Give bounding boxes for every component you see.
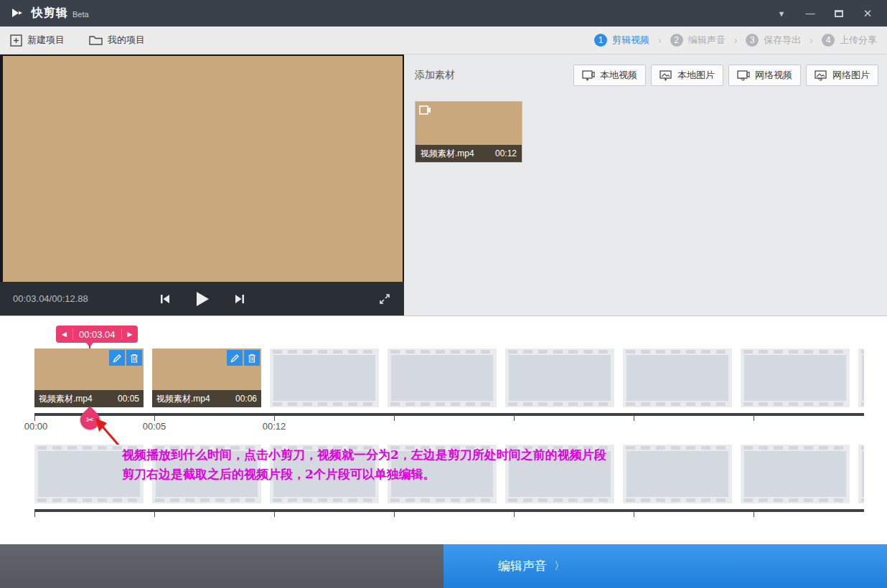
empty-clip-slot (741, 445, 850, 503)
media-library-pane: 添加素材 本地视频 本地图片 网络视频 (404, 54, 887, 316)
edit-clip-button[interactable] (109, 350, 125, 366)
maximize-icon (835, 10, 843, 17)
timeline-clip-2[interactable]: 视频素材.mp4 00:06 (152, 348, 261, 407)
empty-clip-slot (270, 348, 379, 407)
network-image-icon (815, 70, 827, 81)
fullscreen-button[interactable] (378, 293, 391, 305)
annotation-line-1: 视频播放到什么时间，点击小剪刀，视频就一分为2，左边是剪刀所处时间之前的视频片段 (122, 445, 606, 465)
nudge-right-icon[interactable]: ▶ (128, 331, 133, 338)
step-label: 保存导出 (764, 34, 801, 47)
tick-label: 00:00 (24, 421, 48, 432)
my-projects-label: 我的项目 (108, 34, 145, 47)
playhead-time-badge[interactable]: ◀ 00:03.04 ▶ (56, 326, 138, 343)
app-title: 快剪辑 (32, 6, 68, 21)
tick-label: 00:05 (143, 421, 166, 432)
playback-time: 00:03.04/00:12.88 (13, 293, 88, 304)
close-button[interactable]: ✕ (855, 4, 880, 23)
local-image-button[interactable]: 本地图片 (651, 65, 723, 86)
media-name: 视频素材.mp4 (421, 148, 474, 160)
pencil-icon (230, 354, 240, 363)
minimize-button[interactable]: — (798, 4, 822, 23)
annotation-line-2: 剪刀右边是截取之后的视频片段，2个片段可以单独编辑。 (122, 465, 606, 484)
empty-clip-slot (623, 445, 732, 503)
local-image-icon (660, 70, 672, 81)
next-icon (234, 293, 245, 305)
menu-caret-icon[interactable]: ▼ (769, 4, 794, 23)
tutorial-annotation: 视频播放到什么时间，点击小剪刀，视频就一分为2，左边是剪刀所处时间之前的视频片段… (122, 445, 606, 484)
app-logo-icon (10, 7, 26, 20)
step-save-export[interactable]: 3 保存导出 (746, 34, 801, 47)
step-upload-share[interactable]: 4 上传分享 (822, 34, 877, 47)
step-separator: › (658, 34, 662, 46)
timeline-ruler[interactable]: 00:00 00:05 00:12 (34, 413, 864, 416)
scissors-icon: ✂ (86, 414, 94, 425)
play-icon (195, 291, 210, 307)
network-video-button[interactable]: 网络视频 (728, 65, 801, 86)
network-video-icon (737, 70, 750, 81)
maximize-button[interactable] (827, 4, 851, 23)
titlebar: 快剪辑 Beta ▼ — ✕ (0, 0, 887, 27)
edit-sound-label: 编辑声音 (498, 558, 547, 574)
nudge-left-icon[interactable]: ◀ (62, 331, 67, 338)
step-number: 3 (746, 34, 759, 47)
tick-label: 00:12 (263, 421, 286, 432)
media-duration: 00:12 (495, 148, 517, 158)
new-project-label: 新建项目 (27, 34, 65, 47)
step-label: 剪辑视频 (612, 34, 649, 47)
my-projects-button[interactable]: 我的项目 (89, 34, 145, 47)
trash-icon (130, 354, 139, 363)
clip-duration: 00:06 (235, 394, 257, 404)
clip-duration: 00:05 (118, 394, 139, 404)
local-video-icon (582, 70, 595, 81)
local-video-button[interactable]: 本地视频 (573, 65, 646, 86)
chevron-right-icon: 〉 (554, 559, 565, 573)
play-button[interactable] (195, 291, 210, 307)
trash-icon (248, 354, 256, 363)
clip-name: 视频素材.mp4 (156, 393, 210, 405)
player-bar: 00:03.04/00:12.88 (0, 282, 404, 316)
step-separator: › (809, 34, 813, 46)
next-frame-button[interactable] (234, 293, 245, 305)
empty-clip-slot (505, 348, 614, 407)
step-edit-audio[interactable]: 2 编辑声音 (670, 34, 726, 47)
preview-pane: 00:03.04/00:12.88 (0, 54, 404, 316)
previous-frame-button[interactable] (159, 293, 171, 305)
empty-clip-slot (741, 348, 850, 407)
new-project-icon (10, 34, 22, 47)
video-track: 视频素材.mp4 00:05 视频素材.mp4 00:06 (34, 348, 864, 407)
timeline-workspace: ◀ 00:03.04 ▶ 视频素材.mp4 00:05 (0, 316, 887, 545)
beta-badge: Beta (72, 10, 89, 19)
step-label: 编辑声音 (688, 34, 726, 47)
empty-clip-slot (388, 348, 497, 407)
step-separator: › (734, 34, 738, 46)
edit-sound-button[interactable]: 编辑声音 〉 (444, 544, 887, 588)
empty-clip-slot (858, 348, 864, 407)
split-scissors-button[interactable]: ✂ (76, 406, 103, 433)
network-video-label: 网络视频 (755, 69, 792, 82)
edit-clip-button[interactable] (227, 350, 243, 366)
delete-clip-button[interactable] (244, 350, 260, 366)
step-edit-video[interactable]: 1 剪辑视频 (594, 34, 649, 47)
fullscreen-icon (378, 293, 391, 305)
delete-clip-button[interactable] (126, 350, 142, 366)
step-indicator: 1 剪辑视频 › 2 编辑声音 › 3 保存导出 › 4 上传分享 (594, 34, 877, 47)
media-library-item[interactable]: 视频素材.mp4 00:12 (415, 101, 522, 163)
folder-icon (89, 35, 103, 46)
library-title: 添加素材 (415, 69, 455, 82)
empty-clip-slot (623, 348, 732, 407)
secondary-ruler[interactable] (34, 509, 864, 512)
empty-clip-slot (858, 445, 864, 503)
step-number: 1 (594, 34, 607, 47)
pencil-icon (113, 354, 122, 363)
step-number: 4 (822, 34, 835, 47)
video-preview[interactable] (3, 56, 403, 282)
local-image-label: 本地图片 (677, 69, 715, 82)
network-image-label: 网络图片 (832, 69, 870, 82)
new-project-button[interactable]: 新建项目 (10, 34, 65, 47)
timeline-clip-1[interactable]: 视频素材.mp4 00:05 (34, 348, 144, 407)
step-label: 上传分享 (840, 34, 877, 47)
step-number: 2 (670, 34, 683, 47)
toolbar: 新建项目 我的项目 1 剪辑视频 › 2 编辑声音 › 3 保存导出 › 4 (0, 27, 887, 54)
network-image-button[interactable]: 网络图片 (806, 65, 878, 86)
footer-bar: 编辑声音 〉 (0, 544, 887, 588)
